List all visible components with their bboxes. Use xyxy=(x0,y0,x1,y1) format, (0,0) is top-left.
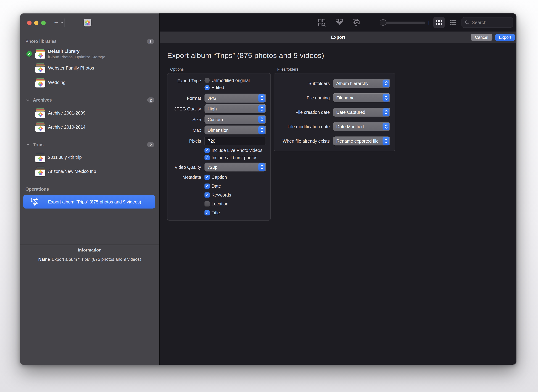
pixels-input[interactable] xyxy=(207,138,263,144)
sidebar: + − Photo libraries 3 xyxy=(20,13,160,365)
main-area: − + xyxy=(160,13,516,365)
zoom-out-icon[interactable]: − xyxy=(373,19,377,26)
video-quality-label: Video Quality xyxy=(172,164,201,170)
cancel-button[interactable]: Cancel xyxy=(471,34,492,41)
library-name: Archive 2010-2014 xyxy=(48,125,85,130)
checkbox-keywords[interactable]: Keywords xyxy=(204,192,231,198)
checkbox-icon[interactable] xyxy=(204,175,209,180)
stepper-icon xyxy=(258,126,265,134)
library-subtitle: iCloud Photos, Optimize Storage xyxy=(48,55,105,59)
checkbox-burst-photos[interactable]: Include all burst photos xyxy=(204,155,266,160)
library-icon xyxy=(35,64,45,73)
export-button[interactable]: Export xyxy=(495,34,515,41)
metadata-label: Metadata xyxy=(172,175,201,180)
checkbox-title[interactable]: Title xyxy=(204,210,231,215)
zoom-button[interactable] xyxy=(41,21,45,25)
checkbox-icon[interactable] xyxy=(204,155,209,160)
popup-value: Date Modified xyxy=(336,124,364,129)
photos-app-icon xyxy=(84,19,91,26)
library-name: Archive 2001-2009 xyxy=(48,110,85,116)
library-name: Webster Family Photos xyxy=(48,65,94,71)
add-library-button[interactable]: + xyxy=(54,19,58,26)
section-trips[interactable]: Trips xyxy=(33,142,44,147)
list-icon xyxy=(450,20,456,25)
close-button[interactable] xyxy=(27,21,31,25)
file-naming-popup[interactable]: Filename xyxy=(333,93,390,102)
chevron-down-icon[interactable] xyxy=(26,98,30,102)
zoom-in-icon[interactable]: + xyxy=(427,19,431,26)
information-name-row: NameExport album “Trips” (875 photos and… xyxy=(20,257,159,262)
zoom-slider-track[interactable] xyxy=(381,22,426,24)
stepper-icon xyxy=(258,94,265,102)
remove-library-button[interactable]: − xyxy=(69,19,73,25)
radio-icon[interactable] xyxy=(204,78,209,83)
section-archives[interactable]: Archives xyxy=(33,98,52,103)
export-title-bar: Export Cancel Export xyxy=(160,32,516,43)
export-sheet: Export album “Trips” (875 photos and 9 v… xyxy=(160,43,516,365)
checkbox-live-photo-videos[interactable]: Include Live Photo videos xyxy=(204,148,266,153)
subfolders-popup[interactable]: Album hierarchy xyxy=(333,79,390,88)
max-label: Max xyxy=(172,127,201,132)
library-icon xyxy=(35,167,45,176)
export-photos-icon[interactable] xyxy=(352,19,361,27)
library-name: Wedding xyxy=(48,80,66,85)
section-badge: 2 xyxy=(147,142,154,147)
chevron-down-icon[interactable] xyxy=(26,143,30,146)
page-title: Export album “Trips” (875 photos and 9 v… xyxy=(167,51,516,60)
list-view-button[interactable] xyxy=(447,17,459,28)
find-duplicates-icon[interactable] xyxy=(318,19,326,27)
checkbox-icon[interactable] xyxy=(204,192,209,197)
checkbox-icon[interactable] xyxy=(204,201,209,206)
merge-libraries-icon[interactable] xyxy=(335,19,343,27)
export-type-label: Export Type xyxy=(172,78,201,84)
stepper-icon xyxy=(383,94,389,101)
stepper-icon xyxy=(383,108,389,116)
checkbox-date[interactable]: Date xyxy=(204,184,231,189)
popup-value: 720p xyxy=(208,164,218,170)
format-popup[interactable]: JPG xyxy=(204,93,266,103)
radio-icon[interactable] xyxy=(204,85,209,90)
search-input[interactable] xyxy=(471,19,507,25)
radio-edited[interactable]: Edited xyxy=(204,85,250,90)
zoom-slider-knob[interactable] xyxy=(380,19,386,26)
information-name-value: Export album “Trips” (875 photos and 9 v… xyxy=(51,257,141,262)
video-quality-popup[interactable]: 720p xyxy=(204,163,266,172)
stepper-icon xyxy=(383,137,389,145)
checkbox-label: Include all burst photos xyxy=(211,155,257,160)
pixels-field[interactable] xyxy=(204,137,266,145)
stepper-icon xyxy=(383,79,389,87)
pixels-label: Pixels xyxy=(172,138,201,144)
checkbox-location[interactable]: Location xyxy=(204,201,231,206)
operation-item-selected[interactable]: Export album “Trips” (875 photos and 9 v… xyxy=(23,195,155,208)
when-file-exists-popup[interactable]: Rename exported file xyxy=(333,137,390,145)
active-check-icon xyxy=(26,51,32,56)
stepper-icon xyxy=(258,116,265,123)
minimize-button[interactable] xyxy=(34,21,38,25)
file-modification-date-label: File modification date xyxy=(277,124,330,129)
operation-label: Export album “Trips” (875 photos and 9 v… xyxy=(48,199,141,204)
checkbox-icon[interactable] xyxy=(204,210,209,215)
radio-label: Edited xyxy=(211,85,224,90)
files-folders-label: Files/folders xyxy=(275,67,299,71)
options-panel: Export Type Unmodified original Edited xyxy=(167,73,271,220)
checkbox-icon[interactable] xyxy=(204,148,209,153)
jpeg-quality-label: JPEG Quality xyxy=(172,106,201,111)
jpeg-quality-popup[interactable]: High xyxy=(204,104,266,113)
toolbar: − + xyxy=(160,13,516,32)
library-icon xyxy=(35,122,45,132)
when-file-exists-label: When file already exists xyxy=(277,138,330,144)
file-modification-date-popup[interactable]: Date Modified xyxy=(333,122,390,131)
max-popup[interactable]: Dimension xyxy=(204,126,266,135)
size-popup[interactable]: Custom xyxy=(204,115,266,124)
add-menu-chevron-icon[interactable] xyxy=(60,21,63,24)
format-label: Format xyxy=(172,96,201,101)
search-field[interactable] xyxy=(462,17,513,28)
checkbox-caption[interactable]: Caption xyxy=(204,175,231,180)
file-creation-date-popup[interactable]: Date Captured xyxy=(333,108,390,117)
file-creation-date-label: File creation date xyxy=(277,110,330,115)
radio-label: Unmodified original xyxy=(211,78,250,83)
grid-view-button[interactable] xyxy=(433,17,445,28)
radio-unmodified-original[interactable]: Unmodified original xyxy=(204,78,250,83)
screen: + − Photo libraries 3 xyxy=(0,0,538,392)
checkbox-icon[interactable] xyxy=(204,184,209,189)
